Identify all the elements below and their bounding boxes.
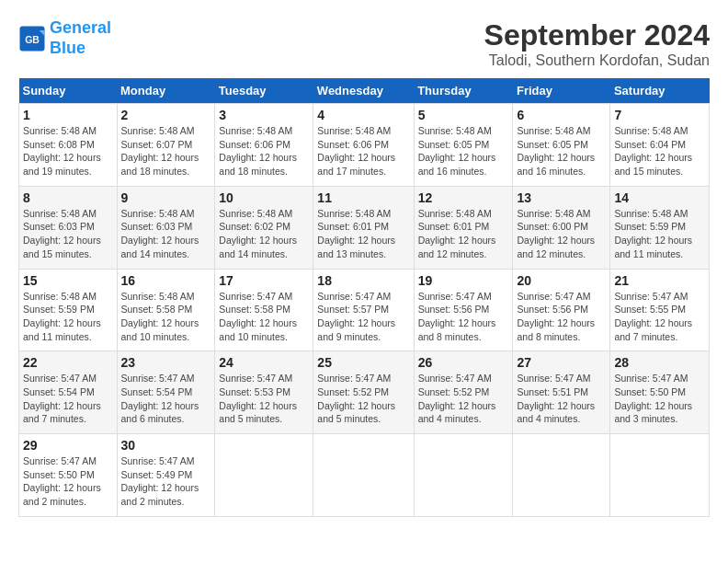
page-header: GB General Blue September 2024 Talodi, S… bbox=[18, 18, 710, 69]
day-number: 7 bbox=[614, 108, 705, 122]
calendar-table: Sunday Monday Tuesday Wednesday Thursday… bbox=[18, 78, 710, 517]
day-info: Sunrise: 5:47 AMSunset: 5:51 PMDaylight:… bbox=[517, 373, 595, 424]
table-row: 28 Sunrise: 5:47 AMSunset: 5:50 PMDaylig… bbox=[610, 351, 710, 434]
svg-text:GB: GB bbox=[25, 33, 40, 44]
day-number: 1 bbox=[23, 108, 113, 122]
day-info: Sunrise: 5:48 AMSunset: 6:04 PMDaylight:… bbox=[614, 125, 692, 177]
col-monday: Monday bbox=[117, 78, 215, 104]
table-row: 5 Sunrise: 5:48 AMSunset: 6:05 PMDayligh… bbox=[414, 104, 513, 187]
table-row: 17 Sunrise: 5:47 AMSunset: 5:58 PMDaylig… bbox=[215, 269, 313, 351]
table-row bbox=[610, 434, 710, 517]
table-row: 25 Sunrise: 5:47 AMSunset: 5:52 PMDaylig… bbox=[313, 351, 414, 434]
calendar-header-row: Sunday Monday Tuesday Wednesday Thursday… bbox=[19, 78, 710, 104]
day-info: Sunrise: 5:47 AMSunset: 5:53 PMDaylight:… bbox=[219, 373, 297, 424]
day-number: 4 bbox=[317, 108, 409, 122]
day-number: 30 bbox=[121, 438, 211, 453]
day-info: Sunrise: 5:48 AMSunset: 5:59 PMDaylight:… bbox=[614, 208, 692, 259]
day-number: 27 bbox=[517, 355, 606, 370]
calendar-week-row: 29 Sunrise: 5:47 AMSunset: 5:50 PMDaylig… bbox=[19, 434, 710, 517]
day-number: 22 bbox=[23, 355, 113, 370]
day-number: 12 bbox=[418, 190, 509, 205]
day-info: Sunrise: 5:47 AMSunset: 5:50 PMDaylight:… bbox=[614, 373, 692, 424]
day-number: 25 bbox=[317, 355, 409, 370]
day-info: Sunrise: 5:47 AMSunset: 5:49 PMDaylight:… bbox=[121, 455, 199, 507]
month-title: September 2024 bbox=[484, 18, 710, 52]
day-number: 19 bbox=[418, 273, 509, 288]
logo: GB General Blue bbox=[18, 18, 111, 58]
day-info: Sunrise: 5:48 AMSunset: 6:03 PMDaylight:… bbox=[121, 208, 199, 259]
table-row: 9 Sunrise: 5:48 AMSunset: 6:03 PMDayligh… bbox=[117, 186, 215, 269]
calendar-week-row: 8 Sunrise: 5:48 AMSunset: 6:03 PMDayligh… bbox=[19, 186, 710, 269]
day-number: 26 bbox=[418, 355, 509, 370]
col-tuesday: Tuesday bbox=[215, 78, 313, 104]
day-number: 21 bbox=[614, 273, 705, 288]
table-row: 22 Sunrise: 5:47 AMSunset: 5:54 PMDaylig… bbox=[19, 351, 118, 434]
table-row: 20 Sunrise: 5:47 AMSunset: 5:56 PMDaylig… bbox=[513, 269, 610, 351]
table-row: 3 Sunrise: 5:48 AMSunset: 6:06 PMDayligh… bbox=[215, 104, 313, 187]
day-info: Sunrise: 5:48 AMSunset: 6:01 PMDaylight:… bbox=[418, 208, 496, 259]
day-info: Sunrise: 5:48 AMSunset: 5:58 PMDaylight:… bbox=[121, 291, 199, 342]
day-number: 15 bbox=[23, 273, 113, 288]
col-wednesday: Wednesday bbox=[313, 78, 414, 104]
title-block: September 2024 Talodi, Southern Kordofan… bbox=[484, 18, 710, 69]
calendar-week-row: 15 Sunrise: 5:48 AMSunset: 5:59 PMDaylig… bbox=[19, 269, 710, 351]
table-row: 4 Sunrise: 5:48 AMSunset: 6:06 PMDayligh… bbox=[313, 104, 414, 187]
calendar-body: 1 Sunrise: 5:48 AMSunset: 6:08 PMDayligh… bbox=[19, 104, 710, 517]
day-info: Sunrise: 5:48 AMSunset: 6:08 PMDaylight:… bbox=[23, 125, 101, 177]
table-row: 8 Sunrise: 5:48 AMSunset: 6:03 PMDayligh… bbox=[19, 186, 118, 269]
logo-icon: GB bbox=[18, 25, 46, 52]
day-info: Sunrise: 5:47 AMSunset: 5:50 PMDaylight:… bbox=[23, 455, 101, 507]
day-info: Sunrise: 5:48 AMSunset: 6:03 PMDaylight:… bbox=[23, 208, 101, 259]
table-row bbox=[215, 434, 313, 517]
logo-line1: General bbox=[50, 18, 111, 37]
day-info: Sunrise: 5:48 AMSunset: 6:01 PMDaylight:… bbox=[317, 208, 395, 259]
calendar-week-row: 1 Sunrise: 5:48 AMSunset: 6:08 PMDayligh… bbox=[19, 104, 710, 187]
day-number: 5 bbox=[418, 108, 509, 122]
day-info: Sunrise: 5:48 AMSunset: 5:59 PMDaylight:… bbox=[23, 291, 101, 342]
day-number: 17 bbox=[219, 273, 309, 288]
table-row: 27 Sunrise: 5:47 AMSunset: 5:51 PMDaylig… bbox=[513, 351, 610, 434]
day-info: Sunrise: 5:47 AMSunset: 5:55 PMDaylight:… bbox=[614, 291, 692, 342]
table-row: 11 Sunrise: 5:48 AMSunset: 6:01 PMDaylig… bbox=[313, 186, 414, 269]
table-row: 18 Sunrise: 5:47 AMSunset: 5:57 PMDaylig… bbox=[313, 269, 414, 351]
day-number: 9 bbox=[121, 190, 211, 205]
calendar-week-row: 22 Sunrise: 5:47 AMSunset: 5:54 PMDaylig… bbox=[19, 351, 710, 434]
day-info: Sunrise: 5:47 AMSunset: 5:58 PMDaylight:… bbox=[219, 291, 297, 342]
logo-line2: Blue bbox=[50, 39, 85, 57]
day-info: Sunrise: 5:48 AMSunset: 6:00 PMDaylight:… bbox=[517, 208, 595, 259]
table-row: 15 Sunrise: 5:48 AMSunset: 5:59 PMDaylig… bbox=[19, 269, 118, 351]
table-row: 1 Sunrise: 5:48 AMSunset: 6:08 PMDayligh… bbox=[19, 104, 118, 187]
table-row: 6 Sunrise: 5:48 AMSunset: 6:05 PMDayligh… bbox=[513, 104, 610, 187]
day-info: Sunrise: 5:48 AMSunset: 6:06 PMDaylight:… bbox=[219, 125, 297, 177]
table-row: 7 Sunrise: 5:48 AMSunset: 6:04 PMDayligh… bbox=[610, 104, 710, 187]
day-info: Sunrise: 5:47 AMSunset: 5:54 PMDaylight:… bbox=[121, 373, 199, 424]
table-row: 14 Sunrise: 5:48 AMSunset: 5:59 PMDaylig… bbox=[610, 186, 710, 269]
day-number: 24 bbox=[219, 355, 309, 370]
table-row: 26 Sunrise: 5:47 AMSunset: 5:52 PMDaylig… bbox=[414, 351, 513, 434]
col-sunday: Sunday bbox=[19, 78, 118, 104]
table-row: 30 Sunrise: 5:47 AMSunset: 5:49 PMDaylig… bbox=[117, 434, 215, 517]
day-info: Sunrise: 5:47 AMSunset: 5:56 PMDaylight:… bbox=[517, 291, 595, 342]
table-row bbox=[414, 434, 513, 517]
day-number: 2 bbox=[121, 108, 211, 122]
table-row bbox=[513, 434, 610, 517]
table-row: 19 Sunrise: 5:47 AMSunset: 5:56 PMDaylig… bbox=[414, 269, 513, 351]
day-info: Sunrise: 5:47 AMSunset: 5:56 PMDaylight:… bbox=[418, 291, 496, 342]
day-number: 6 bbox=[517, 108, 606, 122]
table-row: 13 Sunrise: 5:48 AMSunset: 6:00 PMDaylig… bbox=[513, 186, 610, 269]
day-number: 16 bbox=[121, 273, 211, 288]
table-row: 12 Sunrise: 5:48 AMSunset: 6:01 PMDaylig… bbox=[414, 186, 513, 269]
day-number: 28 bbox=[614, 355, 705, 370]
day-info: Sunrise: 5:47 AMSunset: 5:54 PMDaylight:… bbox=[23, 373, 101, 424]
day-number: 8 bbox=[23, 190, 113, 205]
day-info: Sunrise: 5:48 AMSunset: 6:07 PMDaylight:… bbox=[121, 125, 199, 177]
day-number: 3 bbox=[219, 108, 309, 122]
col-thursday: Thursday bbox=[414, 78, 513, 104]
day-info: Sunrise: 5:48 AMSunset: 6:05 PMDaylight:… bbox=[517, 125, 595, 177]
table-row: 10 Sunrise: 5:48 AMSunset: 6:02 PMDaylig… bbox=[215, 186, 313, 269]
day-number: 14 bbox=[614, 190, 705, 205]
day-number: 18 bbox=[317, 273, 409, 288]
day-info: Sunrise: 5:48 AMSunset: 6:05 PMDaylight:… bbox=[418, 125, 496, 177]
day-number: 10 bbox=[219, 190, 309, 205]
day-number: 20 bbox=[517, 273, 606, 288]
